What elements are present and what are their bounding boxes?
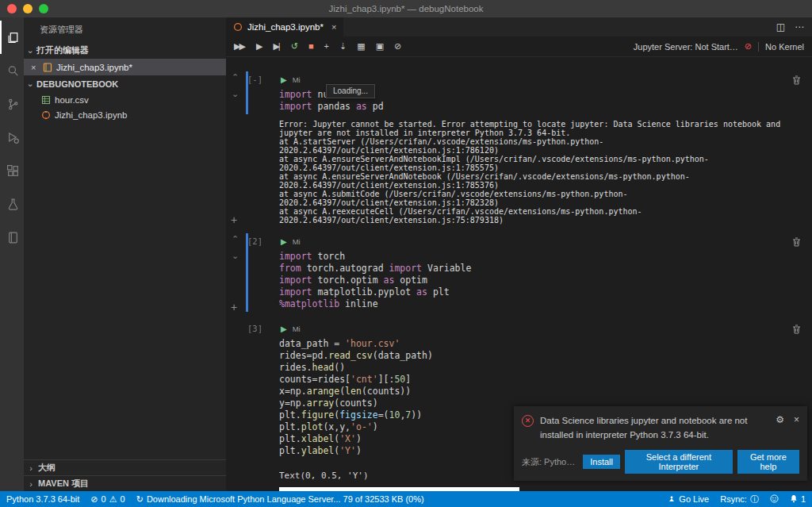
collapse-cell-icon[interactable]: ⌃ — [232, 73, 239, 81]
activity-bar — [0, 17, 24, 491]
problems-status[interactable]: ⊘ 0 ⚠ 0 — [90, 494, 124, 505]
cell-language-label: Mi — [293, 237, 301, 246]
csv-file-icon — [41, 95, 51, 105]
split-editor-icon[interactable]: ◫ — [776, 21, 785, 33]
collapse-cell-icon[interactable]: ⌃ — [232, 235, 239, 243]
open-editors-section[interactable]: ⌄ 打开的编辑器 — [24, 42, 226, 59]
rsync-status[interactable]: Rsync: ⓘ — [720, 494, 759, 505]
tab-title: Jizhi_chap3.ipynb* — [247, 22, 324, 32]
export-notebook-icon[interactable]: ▣ — [376, 42, 382, 51]
chevron-right-icon: › — [24, 479, 38, 489]
add-cell-button[interactable]: + — [231, 215, 237, 225]
notification-close-icon[interactable]: × — [794, 414, 799, 443]
connect-server-icon[interactable]: ⊘ — [394, 42, 400, 51]
explorer-icon[interactable] — [0, 21, 24, 54]
cell-gutter: [3] — [226, 321, 277, 491]
get-more-help-button[interactable]: Get more help — [737, 450, 799, 474]
kernel-status[interactable]: No Kernel — [765, 42, 804, 52]
add-cell-icon[interactable]: + — [324, 42, 327, 51]
cell-language-label: Mi — [293, 325, 301, 333]
cell-body: ▶Miimport nuimport pandas as pdLoading..… — [277, 71, 801, 225]
add-cell-button[interactable]: + — [231, 302, 237, 312]
delete-cell-icon[interactable] — [792, 323, 801, 337]
cell-gutter: ⌃⌄[-]+ — [226, 71, 277, 225]
cell-language-label: Mi — [293, 75, 301, 84]
maximize-window-button[interactable] — [39, 4, 48, 13]
folder-section[interactable]: ⌄ DEBUGNOTEBOOK — [24, 75, 226, 92]
run-cell-icon[interactable]: ▶ — [256, 42, 261, 51]
source-control-icon[interactable] — [0, 87, 24, 121]
explorer-sidebar: 资源管理器 ⌄ 打开的编辑器 × Jizhi_chap3.ipynb* ⌄ DE… — [24, 17, 226, 491]
run-cell-button[interactable]: ▶ — [281, 237, 287, 246]
notification-settings-icon[interactable]: ⚙ — [776, 414, 784, 443]
window-title: Jizhi_chap3.ipynb* — debugNotebook — [329, 4, 484, 13]
sidebar-spacer — [24, 122, 226, 459]
maven-section[interactable]: › MAVEN 项目 — [24, 475, 226, 491]
run-cell-button[interactable]: ▶ — [281, 75, 287, 84]
close-tab-icon[interactable]: × — [331, 22, 336, 32]
info-icon: ⓘ — [750, 494, 759, 505]
loading-tooltip: Loading... — [326, 84, 375, 98]
close-window-button[interactable] — [7, 4, 17, 13]
more-actions-icon[interactable]: ⋯ — [795, 21, 804, 33]
selected-cell-bar — [246, 233, 248, 312]
outline-section[interactable]: › 大纲 — [24, 459, 226, 475]
run-cell-button[interactable]: ▶ — [281, 325, 287, 333]
delete-cell-icon[interactable] — [792, 236, 801, 250]
python-version-label: Python 3.7.3 64-bit — [6, 494, 79, 504]
toolbar-icons: ▶▶▶▶|↺■+⇣▦▣⊘ — [234, 42, 400, 51]
go-live-button[interactable]: Go Live — [668, 494, 709, 504]
selected-cell-bar — [246, 71, 248, 114]
jupyter-server-status[interactable]: Jupyter Server: Not Start… — [634, 42, 738, 52]
server-disconnected-icon: ⊘ — [745, 41, 752, 52]
close-editor-icon[interactable]: × — [31, 63, 39, 72]
cell-body: ▶Miimport torchfrom torch.autograd impor… — [277, 233, 801, 312]
file-item-notebook[interactable]: Jizhi_chap3.ipynb — [24, 107, 226, 122]
notebook-panel-icon[interactable] — [0, 221, 24, 254]
maven-label: MAVEN 项目 — [38, 478, 89, 490]
open-editor-label: Jizhi_chap3.ipynb* — [56, 63, 132, 72]
tab-notebook[interactable]: Jizhi_chap3.ipynb* × — [226, 17, 343, 36]
debug-icon[interactable] — [0, 121, 24, 154]
vscode-window: Jizhi_chap3.ipynb* — debugNotebook 资源管理器… — [0, 0, 812, 507]
tab-bar: Jizhi_chap3.ipynb* × ◫ ⋯ — [226, 17, 812, 36]
search-icon[interactable] — [0, 54, 24, 87]
minimize-window-button[interactable] — [23, 4, 33, 13]
save-notebook-icon[interactable]: ⇣ — [339, 42, 345, 51]
run-all-cells-icon[interactable]: ▶▶ — [234, 42, 244, 51]
notebook-toolbar: ▶▶▶▶|↺■+⇣▦▣⊘ Jupyter Server: Not Start… … — [226, 36, 812, 57]
cell-execution-count: [2] — [247, 236, 262, 246]
interrupt-kernel-icon[interactable]: ■ — [308, 42, 312, 51]
notification-count: 1 — [801, 494, 806, 504]
file-label: Jizhi_chap3.ipynb — [55, 110, 127, 120]
chevron-right-icon: › — [24, 463, 38, 473]
toolbar-status: Jupyter Server: Not Start… ⊘ No Kernel — [634, 41, 804, 52]
select-interpreter-button[interactable]: Select a different Interpreter — [625, 450, 733, 474]
expand-cell-icon[interactable]: ⌄ — [232, 90, 239, 98]
test-flask-icon[interactable] — [0, 187, 24, 221]
download-label: Downloading Microsoft Python Language Se… — [147, 494, 424, 504]
file-item-csv[interactable]: hour.csv — [24, 92, 226, 107]
restart-kernel-icon[interactable]: ↺ — [291, 42, 297, 51]
cell-code-editor[interactable]: import torchfrom torch.autograd import V… — [277, 249, 801, 312]
notebook-cell: ⌃⌄[-]+▶Miimport nuimport pandas as pdLoa… — [226, 71, 812, 225]
title-bar: Jizhi_chap3.ipynb* — debugNotebook — [0, 0, 812, 17]
variable-explorer-icon[interactable]: ▦ — [357, 42, 363, 51]
open-editor-item[interactable]: × Jizhi_chap3.ipynb* — [24, 59, 226, 75]
window-controls — [7, 4, 48, 13]
install-button[interactable]: Install — [583, 455, 620, 469]
warnings-count: 0 — [121, 494, 125, 504]
expand-cell-icon[interactable]: ⌄ — [232, 252, 239, 259]
notebook-file-icon — [233, 22, 243, 32]
error-icon: ✕ — [522, 415, 534, 427]
notifications-bell[interactable]: 1 — [790, 494, 806, 505]
rsync-label: Rsync: — [720, 494, 747, 504]
run-cells-below-icon[interactable]: ▶| — [273, 42, 278, 51]
download-progress-status[interactable]: ↻ Downloading Microsoft Python Language … — [136, 494, 424, 505]
python-interpreter-status[interactable]: Python 3.7.3 64-bit — [6, 494, 79, 504]
cell-code-editor[interactable]: import nuimport pandas as pdLoading... — [277, 87, 801, 114]
feedback-smiley-icon[interactable] — [770, 494, 779, 505]
warnings-icon: ⚠ — [109, 494, 117, 505]
delete-cell-icon[interactable] — [792, 74, 801, 88]
extensions-icon[interactable] — [0, 154, 24, 187]
